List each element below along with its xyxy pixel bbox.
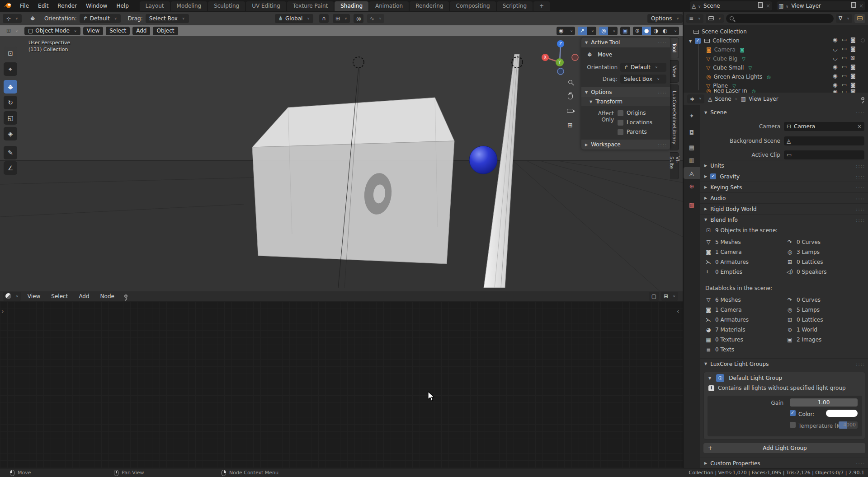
gizmos-toggle[interactable]: ↗ bbox=[578, 27, 587, 35]
scene-selector[interactable]: ◬ Scene × bbox=[690, 1, 772, 10]
transform-pivot-dropdown[interactable]: ⋔Global bbox=[275, 14, 313, 23]
gizmos-dropdown[interactable] bbox=[587, 27, 596, 35]
tool-transform[interactable]: ◈ bbox=[4, 127, 17, 140]
viewport-menu-view[interactable]: View bbox=[83, 27, 103, 35]
temperature-slider[interactable]: 4000 bbox=[839, 421, 858, 429]
hide-viewport-toggle[interactable] bbox=[833, 64, 837, 70]
zoom-icon[interactable] bbox=[565, 77, 575, 87]
overlays-dropdown[interactable] bbox=[608, 27, 618, 35]
menu-help[interactable]: Help bbox=[112, 3, 133, 9]
outliner-search[interactable] bbox=[726, 14, 834, 23]
outliner-filter-icon[interactable]: ∇ bbox=[836, 14, 852, 23]
menu-render[interactable]: Render bbox=[53, 3, 81, 9]
outliner-row-scene-collection[interactable]: Scene Collection bbox=[684, 27, 868, 36]
background-scene-field[interactable]: ◬ bbox=[784, 136, 864, 145]
gain-slider[interactable]: 1.00 bbox=[790, 398, 858, 407]
gravity-checkbox[interactable] bbox=[710, 173, 716, 179]
camera-field[interactable]: ⊡ Camera × bbox=[784, 122, 864, 131]
object-visibility-icon[interactable]: ◉ bbox=[557, 27, 566, 35]
outliner-row-cube-small[interactable]: Cube Small bbox=[684, 63, 868, 72]
proportional-falloff-dropdown[interactable]: ∿ bbox=[367, 14, 384, 23]
breadcrumb-scene[interactable]: ◬Scene bbox=[708, 96, 731, 102]
disable-viewports-toggle[interactable] bbox=[842, 64, 847, 70]
tab-scene[interactable]: ◬ bbox=[684, 167, 700, 179]
node-editor-type-icon[interactable] bbox=[3, 292, 21, 301]
view-layer-selector[interactable]: ▥ View Layer × bbox=[777, 1, 865, 10]
rigid-body-world-panel-header[interactable]: Rigid Body World bbox=[700, 203, 868, 214]
blender-logo-icon[interactable] bbox=[4, 2, 12, 10]
tool-annotate[interactable]: ✎ bbox=[4, 146, 17, 159]
drag-dots-icon[interactable] bbox=[658, 89, 666, 95]
disable-viewports-toggle[interactable] bbox=[842, 82, 847, 88]
locations-checkbox[interactable] bbox=[618, 120, 623, 126]
outliner-row-red-laser[interactable]: Red Laser In bbox=[684, 89, 868, 93]
disable-render-toggle[interactable] bbox=[850, 82, 856, 88]
drag-dots-icon[interactable] bbox=[856, 361, 864, 367]
viewport-menu-add[interactable]: Add bbox=[132, 27, 150, 35]
tool-select-box[interactable]: ⊡ bbox=[4, 47, 17, 60]
camera-view-icon[interactable] bbox=[565, 106, 575, 116]
outliner-search-input[interactable] bbox=[736, 15, 830, 22]
origins-checkbox[interactable] bbox=[618, 110, 623, 116]
node-menu-view[interactable]: View bbox=[23, 293, 45, 299]
outliner-display-mode-icon[interactable]: ≡ bbox=[686, 14, 703, 23]
workspace-tab-scripting[interactable]: Scripting bbox=[497, 1, 533, 11]
drag-dots-icon[interactable] bbox=[856, 206, 864, 212]
shading-material-icon[interactable]: ◑ bbox=[651, 27, 660, 35]
new-scene-icon[interactable] bbox=[760, 4, 763, 8]
temperature-checkbox[interactable] bbox=[790, 422, 796, 428]
npanel-tab-vi-suite[interactable]: VI-Suite bbox=[670, 152, 679, 179]
unlink-scene-icon[interactable]: × bbox=[766, 3, 770, 9]
active-tool-panel-header[interactable]: Active Tool bbox=[581, 37, 670, 47]
workspace-tab-texturepaint[interactable]: Texture Paint bbox=[287, 1, 334, 11]
disable-render-toggle[interactable] bbox=[850, 89, 856, 93]
drag-dots-icon[interactable] bbox=[856, 173, 864, 180]
properties-editor-type-icon[interactable]: ≑ bbox=[687, 94, 704, 103]
npanel-tab-view[interactable]: View bbox=[670, 60, 679, 83]
add-light-group-button[interactable]: + Add Light Group bbox=[703, 443, 865, 453]
disable-render-toggle[interactable] bbox=[850, 73, 856, 79]
options-panel-header[interactable]: Options bbox=[581, 87, 670, 97]
collection-checkbox[interactable] bbox=[695, 38, 701, 44]
workspace-panel-header[interactable]: Workspace bbox=[581, 140, 670, 150]
disable-viewports-toggle[interactable] bbox=[842, 73, 847, 79]
disable-viewports-toggle[interactable] bbox=[842, 37, 847, 42]
tab-render[interactable]: ◘ bbox=[684, 126, 700, 138]
add-workspace-button[interactable]: + bbox=[533, 1, 550, 11]
menu-file[interactable]: File bbox=[15, 3, 33, 9]
tab-tool[interactable]: ✦ bbox=[684, 110, 700, 122]
node-menu-add[interactable]: Add bbox=[74, 293, 94, 299]
navigation-gizmo[interactable]: Z X Y bbox=[539, 37, 582, 81]
disable-viewports-toggle[interactable] bbox=[842, 55, 847, 61]
hide-viewport-toggle[interactable] bbox=[833, 37, 837, 42]
node-menu-node[interactable]: Node bbox=[96, 293, 119, 299]
clear-camera-icon[interactable]: × bbox=[857, 123, 862, 130]
disclosure-icon[interactable] bbox=[689, 37, 695, 44]
viewport-editor-type-icon[interactable]: ⊞ bbox=[3, 27, 22, 35]
pin-icon[interactable] bbox=[861, 97, 864, 100]
scene-panel-header[interactable]: Scene bbox=[700, 107, 868, 118]
workspace-tab-rendering[interactable]: Rendering bbox=[410, 1, 449, 11]
object-mode-dropdown[interactable]: ▢Object Mode bbox=[24, 27, 80, 35]
menu-edit[interactable]: Edit bbox=[33, 3, 53, 9]
visibility-dropdown[interactable] bbox=[566, 27, 575, 35]
snap-toggle[interactable]: ∩ bbox=[319, 14, 329, 23]
tab-view-layer[interactable]: ▥ bbox=[684, 154, 700, 166]
hide-viewport-toggle[interactable] bbox=[833, 82, 837, 88]
drag-dots-icon[interactable] bbox=[856, 184, 864, 191]
tab-texture[interactable]: ▩ bbox=[684, 199, 700, 210]
breadcrumb-view-layer[interactable]: ▥View Layer bbox=[741, 96, 778, 102]
tool-rotate[interactable]: ↻ bbox=[4, 96, 17, 109]
menu-window[interactable]: Window bbox=[81, 3, 112, 9]
tab-output[interactable]: ▤ bbox=[684, 141, 700, 153]
proportional-editing-toggle[interactable]: ◎ bbox=[354, 14, 363, 23]
hide-viewport-toggle[interactable] bbox=[833, 55, 837, 61]
tool-measure[interactable]: ∠ bbox=[4, 161, 17, 175]
snap-dropdown[interactable]: ⊞ bbox=[333, 14, 350, 23]
node-editor-canvas[interactable] bbox=[0, 301, 683, 468]
drag-dots-icon[interactable] bbox=[856, 460, 864, 467]
drag-dots-icon[interactable] bbox=[658, 39, 666, 46]
node-overlay-dropdown-icon[interactable]: ⊞ bbox=[661, 292, 678, 301]
light-group-header[interactable]: ☉ Default Light Group bbox=[704, 372, 865, 384]
units-panel-header[interactable]: Units bbox=[700, 160, 868, 171]
